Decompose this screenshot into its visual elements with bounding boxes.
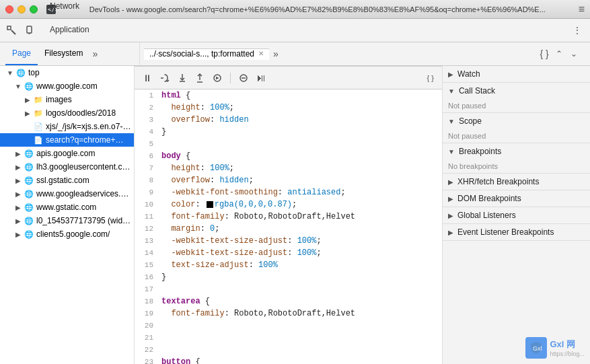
rp-section-header[interactable]: ▶Event Listener Breakpoints <box>443 224 590 240</box>
line-content[interactable] <box>159 344 442 356</box>
line-content[interactable]: height: 100%; <box>159 162 442 174</box>
tree-label: search?q=chrome+断点调试... <box>46 135 131 146</box>
tree-toggle[interactable] <box>13 162 23 172</box>
step-button[interactable] <box>210 71 225 85</box>
rp-section-header[interactable]: ▶Watch <box>443 66 590 82</box>
line-content[interactable] <box>159 320 442 332</box>
svg-text:Gxl: Gxl <box>533 345 542 352</box>
tree-item-www-google-com[interactable]: 🌐www.google.com <box>0 79 134 93</box>
tree-toggle[interactable] <box>23 95 32 104</box>
rp-section-header[interactable]: ▼Call Stack <box>443 83 590 99</box>
line-content[interactable]: color: rgba(0,0,0,0.87); <box>159 198 442 211</box>
file-icon: 📄 <box>34 122 43 131</box>
line-content[interactable]: overflow: hidden <box>159 114 442 126</box>
tree-toggle[interactable] <box>13 176 23 185</box>
line-content[interactable]: button { <box>159 356 442 364</box>
line-content[interactable] <box>159 138 442 150</box>
file-tab-social[interactable]: ../·scs/social-s..., tp:formatted ✕ <box>144 48 269 60</box>
code-editor[interactable]: 1html {2 height: 100%;3 overflow: hidden… <box>135 89 442 364</box>
pause-button[interactable]: ⏸ <box>140 71 155 85</box>
subtab-page[interactable]: Page <box>5 42 38 65</box>
window-title: DevTools - www.google.com/search?q=chrom… <box>62 5 573 13</box>
step-into-button[interactable] <box>175 71 190 85</box>
tree-toggle[interactable] <box>13 216 23 225</box>
tree-item-apis-google-com[interactable]: 🌐apis.google.com <box>0 147 134 160</box>
navigate-down-button[interactable]: ⌄ <box>567 47 581 61</box>
main-tab-application[interactable]: Application <box>42 19 104 42</box>
line-number: 19 <box>135 307 159 320</box>
line-content[interactable] <box>159 283 442 295</box>
menu-button[interactable]: ≡ <box>579 3 585 15</box>
tree-label: apis.google.com <box>36 149 95 158</box>
line-content[interactable]: font-family: Roboto,RobotoDraft,Helvet <box>159 307 442 320</box>
tree-item-images[interactable]: 📁images <box>0 93 134 106</box>
file-tabs-area: ../·scs/social-s..., tp:formatted ✕ » { … <box>140 47 585 61</box>
rp-section-header[interactable]: ▶DOM Breakpoints <box>443 190 590 207</box>
line-content[interactable]: font-family: Roboto,RobotoDraft,Helvet <box>159 211 442 223</box>
rp-section-header[interactable]: ▶XHR/fetch Breakpoints <box>443 174 590 190</box>
line-content[interactable]: margin: 0; <box>159 223 442 235</box>
tree-toggle[interactable] <box>13 149 23 158</box>
deactivate-breakpoints-button[interactable] <box>236 71 251 85</box>
navigate-up-button[interactable]: ⌃ <box>552 47 566 61</box>
line-content[interactable]: overflow: hidden; <box>159 174 442 186</box>
line-content[interactable]: -webkit-text-size-adjust: 100%; <box>159 235 442 247</box>
rp-section-header[interactable]: ▶Global Listeners <box>443 207 590 223</box>
step-out-button[interactable] <box>192 71 207 85</box>
line-content[interactable]: height: 100%; <box>159 102 442 114</box>
rp-section-arrow: ▶ <box>448 212 453 219</box>
rp-section-header[interactable]: ▼Breakpoints <box>443 143 590 159</box>
tree-item-ssl-gstatic-com[interactable]: 🌐ssl.gstatic.com <box>0 174 134 187</box>
format-button[interactable]: { } <box>538 47 551 61</box>
minimize-button[interactable] <box>17 5 26 13</box>
pause-on-exceptions-button[interactable]: ⏯ <box>254 71 268 85</box>
line-content[interactable]: } <box>159 126 442 138</box>
line-number: 11 <box>135 211 159 223</box>
line-number: 23 <box>135 356 159 364</box>
line-content[interactable]: body { <box>159 150 442 162</box>
line-content[interactable]: -webkit-font-smoothing: antialiased; <box>159 186 442 198</box>
rp-section-header[interactable]: ▼Scope <box>443 113 590 129</box>
tree-item-top[interactable]: 🌐top <box>0 66 134 79</box>
tree-item-www-gstatic-com[interactable]: 🌐www.gstatic.com <box>0 201 134 214</box>
tree-item-clients5-google-com-[interactable]: 🌐clients5.google.com/ <box>0 227 134 241</box>
main-tab-network[interactable]: Network <box>42 0 104 19</box>
inspect-element-button[interactable] <box>3 22 20 38</box>
tree-label: www.google.com <box>36 81 98 91</box>
line-content[interactable]: text-size-adjust: 100% <box>159 259 442 271</box>
rp-section-label: Event Listener Breakpoints <box>457 227 554 237</box>
tree-item-lh3-googleuserconten[interactable]: 🌐lh3.googleusercontent.com <box>0 160 134 174</box>
svg-rect-2 <box>7 26 11 30</box>
file-tab-close[interactable]: ✕ <box>258 50 264 57</box>
tree-toggle[interactable] <box>13 229 23 239</box>
tree-item-l0-1545377173795--wi[interactable]: 🌐l0_1545377173795 (widget) <box>0 214 134 227</box>
tree-item-www-googleadservices[interactable]: 🌐www.googleadservices.com <box>0 187 134 201</box>
tree-item-search-q-chrome-----[interactable]: 📄search?q=chrome+断点调试... <box>0 133 134 147</box>
line-content[interactable]: -webkit-text-size-adjust: 100%; <box>159 247 442 259</box>
file-tabs-more[interactable]: » <box>270 48 281 59</box>
device-toolbar-button[interactable] <box>22 22 39 38</box>
tree-item-logos-doodles-2018[interactable]: 📁logos/doodles/2018 <box>0 106 134 120</box>
close-button[interactable] <box>5 5 13 13</box>
tree-toggle[interactable] <box>13 203 23 212</box>
line-content[interactable] <box>159 332 442 344</box>
line-number: 5 <box>135 138 159 150</box>
rp-section-arrow: ▼ <box>448 87 455 95</box>
more-tabs-button[interactable]: ⋮ <box>567 25 587 36</box>
maximize-button[interactable] <box>30 5 38 13</box>
rp-section-arrow: ▼ <box>448 118 455 125</box>
tree-item-xjs---js-k-xjs-s-en-[interactable]: 📄xjs/_/js/k=xjs.s.en.o7-j2t2yx... <box>0 120 134 133</box>
subtab-more[interactable]: » <box>89 48 100 59</box>
rp-section-call-stack: ▼Call StackNot paused <box>443 83 590 113</box>
tree-toggle[interactable] <box>23 108 32 118</box>
line-content[interactable]: html { <box>159 89 442 102</box>
tree-toggle[interactable] <box>13 81 23 91</box>
line-content[interactable]: } <box>159 271 442 283</box>
tree-toggle[interactable] <box>13 189 23 198</box>
debugger-bar: ⏸ <box>135 66 442 89</box>
file-icon: 📄 <box>34 136 43 145</box>
line-content[interactable]: textarea { <box>159 295 442 307</box>
tree-toggle[interactable] <box>5 68 15 77</box>
subtab-filesystem[interactable]: Filesystem <box>38 42 89 65</box>
step-over-button[interactable] <box>157 71 172 85</box>
